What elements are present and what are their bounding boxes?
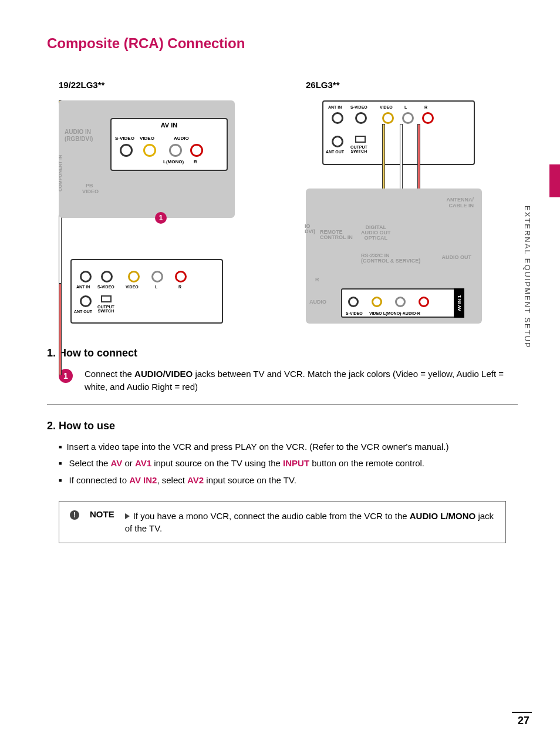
t: button on the remote control. [309, 458, 424, 468]
t: or [122, 458, 135, 468]
tv-back-panel-b: ANTENNA/ CABLE IN DIGITAL AUDIO OUT OPTI… [306, 189, 482, 324]
model-label-b: 26LG3** [306, 80, 518, 90]
kw-audio-video: AUDIO/VIDEO [134, 369, 193, 379]
jack-r-vcr [175, 271, 187, 282]
bullet-3: If connected to AV IN2, select AV2 input… [59, 474, 518, 487]
step-1-text: Connect the AUDIO/VIDEO jacks between TV… [85, 368, 518, 393]
note-label: NOTE [90, 509, 114, 519]
kw-avin2: AV IN2 [129, 475, 157, 485]
label-audio: AUDIO [174, 136, 189, 141]
jack-video [143, 144, 156, 157]
jack-audio-r [190, 144, 203, 157]
jack-l-b [402, 112, 414, 124]
t: input source on the TV using the [151, 458, 283, 468]
kw-av: AV [111, 458, 123, 468]
tv-back-panel: AUDIO IN (RGB/DVI) COMPONENT IN PB VIDEO… [59, 100, 235, 218]
jack-svideo-vcr [101, 271, 113, 282]
kw-av1: AV1 [135, 458, 151, 468]
note-box: ! NOTE If you have a mono VCR, connect t… [59, 501, 506, 543]
jack-avin1-r [419, 297, 429, 307]
diagram-26lg3: 26LG3** ANT IN S-VIDEO VIDEO L R ANT OUT [306, 80, 518, 324]
lbl-l-b: L [404, 105, 407, 109]
page-title: Composite (RCA) Connection [47, 35, 518, 52]
lbl-ant-in: ANT IN [76, 285, 90, 289]
section-how-to-use: 2. How to use Insert a video tape into t… [47, 420, 518, 544]
vcr-panel-a: ANT IN S-VIDEO VIDEO L R ANT OUT OUTPUT … [70, 259, 223, 324]
bullet-1: Insert a video tape into the VCR and pre… [59, 440, 518, 454]
divider [47, 404, 518, 405]
lbl-avin1-strip: VIDEO L(MONO)-AUDIO-R [369, 311, 420, 315]
model-label-a: 19/22LG3** [59, 80, 271, 90]
note-text: If you have a mono VCR, connect the audi… [125, 510, 495, 534]
kw-input: INPUT [283, 458, 309, 468]
step-marker-a: 1 [155, 212, 167, 224]
jack-r-b [422, 112, 434, 124]
sidebar-section-label: EXTERNAL EQUIPMENT SETUP [523, 206, 532, 349]
heading-connect: 1. How to connect [47, 347, 518, 359]
jack-avin1-svideo [348, 297, 359, 307]
label-rs232c: RS-232C IN (CONTROL & SERVICE) [361, 253, 420, 264]
output-switch-b [355, 136, 366, 143]
vcr-panel-b: ANT IN S-VIDEO VIDEO L R ANT OUT OUTPUT … [322, 100, 475, 165]
section-how-to-connect: 1. How to connect 1 Connect the AUDIO/VI… [47, 347, 518, 405]
jack-svideo [120, 144, 133, 157]
lbl-video-vcr: VIDEO [126, 285, 139, 289]
sidebar-tab [549, 164, 560, 197]
jack-avin1-l [395, 297, 406, 307]
alert-icon: ! [70, 510, 79, 520]
lbl-svideo-vcr: S-VIDEO [97, 285, 114, 289]
jack-ant-out [80, 295, 92, 307]
av-in1-box: S-VIDEO VIDEO L(MONO)-AUDIO-R AV IN 1 [341, 288, 464, 318]
triangle-icon [125, 513, 130, 519]
jack-audio-l [169, 144, 182, 157]
label-digital-audio: DIGITAL AUDIO OUT OPTICAL [361, 225, 391, 241]
label-r2: R [315, 277, 319, 282]
av-in-box: AV IN S-VIDEO VIDEO AUDIO L(MONO) R [110, 118, 228, 171]
t: input source on the TV. [204, 475, 296, 485]
label-audio-out: AUDIO OUT [442, 254, 472, 260]
lbl-output-switch: OUTPUT SWITCH [97, 305, 114, 313]
t: Select the [69, 458, 111, 468]
output-switch [101, 295, 112, 302]
label-io-dvi: IO DVI) [305, 224, 315, 234]
label-antenna: ANTENNA/ CABLE IN [447, 197, 474, 208]
label-lmono: L(MONO) [163, 159, 184, 164]
jack-svideo-b [355, 112, 367, 124]
bullet-2: Select the AV or AV1 input source on the… [59, 457, 518, 470]
jack-ant-in-b [332, 112, 343, 124]
t: If you have a mono VCR, connect the audi… [133, 511, 410, 521]
t: If connected to [69, 475, 130, 485]
diagram-row: 19/22LG3** AUDIO IN (RGB/DVI) COMPONENT … [59, 80, 518, 324]
jack-video-vcr [128, 271, 140, 282]
lbl-ant-out-b: ANT OUT [326, 150, 344, 154]
label-component-in: COMPONENT IN [58, 155, 63, 191]
kw-av2: AV2 [187, 475, 204, 485]
label-svideo: S-VIDEO [115, 136, 134, 141]
lbl-avin1-svideo: S-VIDEO [346, 311, 363, 315]
jack-video-b [382, 112, 394, 124]
lbl-r-vcr: R [178, 285, 181, 289]
lbl-l-vcr: L [155, 285, 157, 289]
jack-ant-in [80, 271, 92, 282]
label-audio2: AUDIO [309, 299, 326, 305]
label-rgb-dvi: (RGB/DVI) [65, 136, 93, 142]
label-r: R [194, 159, 197, 164]
lbl-ant-out: ANT OUT [74, 309, 92, 314]
heading-use: 2. How to use [47, 420, 518, 432]
t: Connect the [85, 369, 134, 379]
page-number-rule [512, 712, 532, 713]
label-pb: PB [86, 183, 93, 189]
jack-l-vcr [151, 271, 163, 282]
avin1-tag: AV IN 1 [454, 288, 464, 318]
lbl-svideo-b: S-VIDEO [350, 105, 367, 109]
diagram-19-22lg3: 19/22LG3** AUDIO IN (RGB/DVI) COMPONENT … [59, 80, 271, 324]
jack-avin1-video [372, 297, 382, 307]
jack-ant-out-b [332, 136, 343, 147]
label-audio-in: AUDIO IN [65, 129, 91, 135]
lbl-video-b: VIDEO [380, 105, 393, 109]
label-video: VIDEO [140, 136, 154, 141]
kw-audio-lmono: AUDIO L/MONO [410, 511, 476, 521]
cable-audio-r [59, 284, 62, 375]
page-number: 27 [518, 715, 529, 727]
label-video2: VIDEO [82, 189, 99, 194]
